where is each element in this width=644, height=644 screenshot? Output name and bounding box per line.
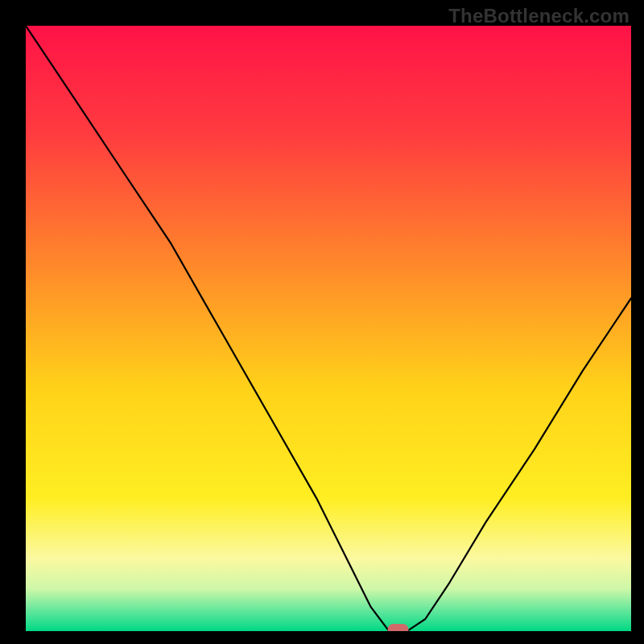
watermark-text: TheBottleneck.com: [448, 5, 630, 27]
chart-frame: TheBottleneck.com: [0, 0, 644, 644]
optimal-marker: [388, 624, 409, 631]
bottleneck-curve: [26, 26, 631, 631]
plot-area: [26, 26, 631, 631]
chart-overlay: [26, 26, 631, 631]
